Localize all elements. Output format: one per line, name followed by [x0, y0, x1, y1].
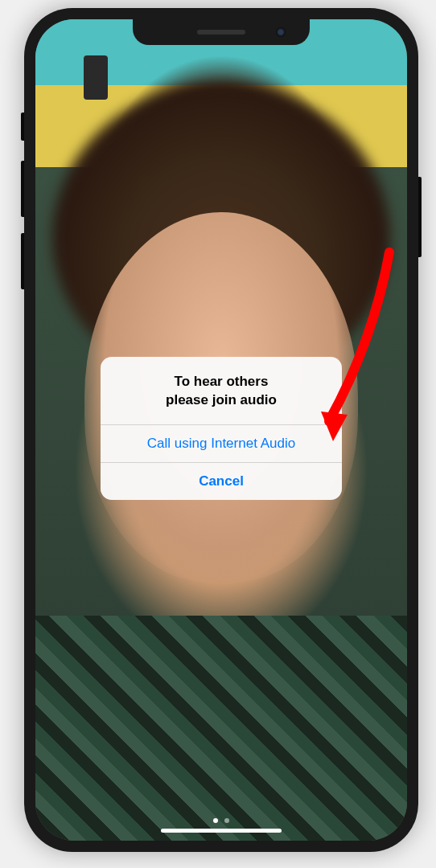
join-audio-dialog: To hear others please join audio Call us… — [101, 357, 342, 500]
phone-device-frame: To hear others please join audio Call us… — [24, 8, 418, 852]
page-dot-2 — [224, 818, 229, 823]
phone-screen: To hear others please join audio Call us… — [35, 19, 407, 841]
call-internet-audio-button[interactable]: Call using Internet Audio — [101, 425, 342, 463]
page-dot-1 — [213, 818, 218, 823]
dialog-header: To hear others please join audio — [101, 357, 342, 425]
power-button — [418, 177, 422, 257]
mute-switch — [21, 113, 24, 141]
page-indicator — [213, 818, 229, 823]
front-camera-icon — [276, 27, 286, 37]
home-indicator-bar[interactable] — [161, 829, 282, 833]
background-clock-decoration — [84, 55, 108, 100]
volume-up-button — [21, 161, 24, 217]
video-person-shirt — [35, 616, 407, 841]
cancel-button[interactable]: Cancel — [101, 463, 342, 500]
dialog-title-line1: To hear others — [175, 374, 269, 389]
phone-notch — [133, 19, 310, 45]
dialog-title-line2: please join audio — [166, 392, 277, 407]
earpiece-speaker — [197, 30, 245, 35]
volume-down-button — [21, 233, 24, 289]
dialog-title: To hear others please join audio — [113, 373, 329, 410]
